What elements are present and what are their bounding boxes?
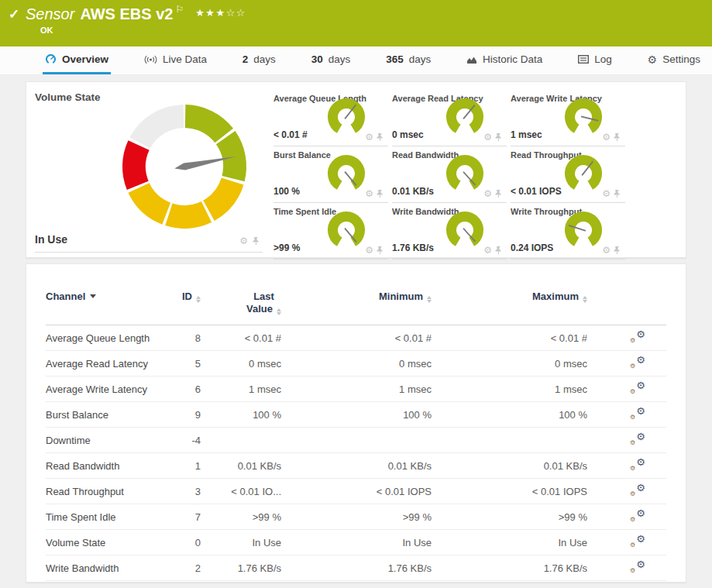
column-header-minimum[interactable]: Minimum [281,291,432,303]
channel-value: < 0.01 # [273,129,308,140]
sensor-kind-label: Sensor [26,5,74,22]
table-row: Average Queue Length 8 < 0.01 # < 0.01 #… [46,325,666,351]
table-row: Time Spent Idle 7 >99 % >99 % >99 % ⚙⚙ [46,504,666,530]
mini-gauge-cell: Average Queue Length < 0.01 # ⚙ [273,90,388,146]
table-row: Burst Balance 9 100 % 100 % 100 % ⚙⚙ [46,402,666,428]
sort-icon[interactable] [583,296,587,303]
mini-gauge [445,153,485,193]
table-row: Average Write Latency 6 1 msec 1 msec 1 … [46,377,666,402]
channel-value: 0 msec [392,129,424,140]
column-header-last-value[interactable]: Last Value [201,291,281,315]
volume-state-value: In Use [35,233,67,246]
channel-gear-icon[interactable]: ⚙ [239,236,248,246]
channel-gear-icon[interactable]: ⚙ [365,189,373,198]
pin-icon[interactable] [253,237,260,246]
tab-30-days[interactable]: 30 days [309,46,353,74]
tab-label: days [253,53,276,65]
channel-gear-icon[interactable]: ⚙ [602,132,611,142]
log-icon [578,55,589,64]
tab-365-days[interactable]: 365 days [384,46,433,74]
tab-2-days[interactable]: 2 days [240,46,278,74]
pin-icon[interactable] [495,133,502,142]
volume-state-title: Volume State [35,91,101,103]
mini-gauge-cell: Time Spent Idle >99 % ⚙ [273,203,388,260]
tab-label: days [409,53,432,65]
tab-label: days [328,53,351,65]
status-badge: OK [40,26,53,35]
tab-number: 365 [386,53,404,65]
mini-gauge [445,96,485,136]
page-title: AWS EBS v2 [80,5,173,22]
pin-icon[interactable] [377,246,384,255]
channel-gear-icon[interactable]: ⚙ [602,246,611,255]
table-row: Average Read Latency 5 0 msec 0 msec 0 m… [46,351,666,377]
pin-icon[interactable] [495,190,502,198]
mini-gauge [326,96,366,136]
tab-overview[interactable]: Overview [43,46,111,74]
channel-value: < 0.01 IOPS [511,186,562,197]
channel-label: Burst Balance [273,150,331,160]
tab-settings[interactable]: ⚙ Settings [645,46,703,74]
table-row: Read Throughput 3 < 0.01 IO... < 0.01 IO… [46,479,666,504]
channel-settings-icon[interactable]: ⚙⚙ [630,509,645,522]
sensor-header: ✓ SensorAWS EBS v2⚐★★★☆☆ OK [0,0,712,46]
channel-gear-icon[interactable]: ⚙ [602,189,611,198]
tab-label: Historic Data [483,53,542,65]
sort-desc-icon[interactable] [90,294,96,298]
table-row: Downtime -4 ⚙⚙ [46,428,666,453]
mini-gauge [563,153,604,193]
tab-label: Overview [62,53,108,65]
channel-settings-icon[interactable]: ⚙⚙ [630,432,645,445]
mini-gauges-grid: Average Queue Length < 0.01 # ⚙ Average … [273,90,629,260]
channels-table-panel: Channel ID Last Value Minimum Maximum Av… [26,263,686,583]
pin-icon[interactable] [614,133,621,142]
mini-gauge-cell: Average Read Latency 0 msec ⚙ [392,90,507,146]
channel-value: 100 % [273,186,300,197]
gauges-panel: Volume State In Use ⚙ Average Queue Leng… [26,81,686,258]
pin-icon[interactable] [614,190,621,198]
tab-log[interactable]: Log [576,46,614,74]
channel-gear-icon[interactable]: ⚙ [483,132,492,142]
mini-gauge-cell: Burst Balance 100 % ⚙ [273,146,388,203]
priority-flag-icon[interactable]: ⚐ [175,4,184,15]
gear-icon: ⚙ [648,54,658,65]
sensor-title-line: SensorAWS EBS v2⚐★★★☆☆ [26,4,246,23]
channel-settings-icon[interactable]: ⚙⚙ [630,330,645,343]
channel-gear-icon[interactable]: ⚙ [365,246,373,255]
live-icon [144,55,157,64]
pin-icon[interactable] [377,190,384,198]
area-chart-icon [466,55,477,64]
channel-settings-icon[interactable]: ⚙⚙ [630,560,645,573]
column-header-maximum[interactable]: Maximum [432,291,587,303]
mini-gauge-cell: Read Throughput < 0.01 IOPS ⚙ [511,146,625,203]
channel-gear-icon[interactable]: ⚙ [365,132,373,142]
channel-value: >99 % [273,242,300,253]
column-header-channel[interactable]: Channel [46,291,170,302]
channel-settings-icon[interactable]: ⚙⚙ [630,483,645,497]
channel-settings-icon[interactable]: ⚙⚙ [630,381,645,394]
prtg-sensor-page: ✓ SensorAWS EBS v2⚐★★★☆☆ OK Overview Liv… [0,0,712,588]
channel-settings-icon[interactable]: ⚙⚙ [630,535,645,548]
channel-settings-icon[interactable]: ⚙⚙ [630,458,645,471]
column-header-id[interactable]: ID [170,291,201,303]
channel-gear-icon[interactable]: ⚙ [483,189,492,198]
volume-state-value-row: In Use ⚙ [35,232,263,253]
tab-live-data[interactable]: Live Data [142,46,209,74]
mini-gauge-cell: Read Bandwidth 0.01 KB/s ⚙ [392,146,507,203]
tab-historic-data[interactable]: Historic Data [464,46,545,74]
status-ok-check-icon: ✓ [9,6,19,22]
pin-icon[interactable] [614,246,621,255]
table-row: Volume State 0 In Use In Use In Use ⚙⚙ [46,530,666,555]
mini-gauge [326,209,366,249]
tab-label: Settings [662,53,700,65]
channel-value: 1 msec [511,129,542,140]
pin-icon[interactable] [495,246,502,255]
mini-gauge [563,209,604,249]
pin-icon[interactable] [377,133,384,142]
priority-stars-rating[interactable]: ★★★☆☆ [195,7,246,19]
channel-gear-icon[interactable]: ⚙ [483,246,492,255]
sort-icon[interactable] [277,308,281,315]
channel-settings-icon[interactable]: ⚙⚙ [630,407,645,420]
channel-settings-icon[interactable]: ⚙⚙ [630,356,645,369]
tab-number: 30 [311,53,323,65]
